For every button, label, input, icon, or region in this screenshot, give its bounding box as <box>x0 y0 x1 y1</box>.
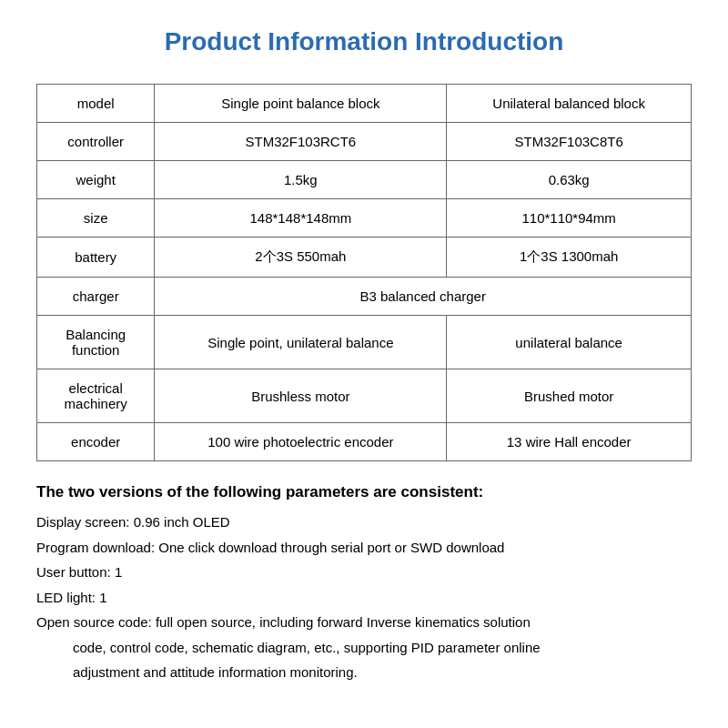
row-col1: 1.5kg <box>155 161 447 199</box>
row-col2: Unilateral balanced block <box>447 85 692 123</box>
row-label: size <box>37 199 155 238</box>
params-line: LED light: 1 <box>36 586 692 610</box>
row-label: model <box>37 85 155 123</box>
params-heading: The two versions of the following parame… <box>36 483 692 501</box>
row-col1: Brushless motor <box>155 369 447 423</box>
product-info-table: modelSingle point balance blockUnilatera… <box>36 84 692 461</box>
row-col2: unilateral balance <box>447 316 692 369</box>
table-row: controllerSTM32F103RCT6STM32F103C8T6 <box>37 123 692 161</box>
row-col1: 148*148*148mm <box>155 199 447 238</box>
params-line: Program download: One click download thr… <box>36 536 692 560</box>
row-label: encoder <box>37 423 155 461</box>
row-col2: 0.63kg <box>447 161 692 199</box>
row-col2: 1个3S 1300mah <box>447 238 692 278</box>
table-row: chargerB3 balanced charger <box>37 278 692 316</box>
row-value-span: B3 balanced charger <box>155 278 692 316</box>
params-section: The two versions of the following parame… <box>36 483 692 684</box>
row-col1: 100 wire photoelectric encoder <box>155 423 447 461</box>
row-col2: 110*110*94mm <box>447 199 692 238</box>
table-row: battery2个3S 550mah1个3S 1300mah <box>37 238 692 278</box>
row-label: charger <box>37 278 155 316</box>
table-row: encoder100 wire photoelectric encoder13 … <box>37 423 692 461</box>
table-row: modelSingle point balance blockUnilatera… <box>37 85 692 123</box>
table-row: Balancing functionSingle point, unilater… <box>37 316 692 369</box>
params-line: adjustment and attitude information moni… <box>36 661 692 684</box>
row-col2: STM32F103C8T6 <box>447 123 692 161</box>
params-list: Display screen: 0.96 inch OLEDProgram do… <box>36 511 692 684</box>
page-title: Product Information Introduction <box>36 18 692 66</box>
params-line: Open source code: full open source, incl… <box>36 611 692 634</box>
row-label: controller <box>37 123 155 161</box>
table-row: weight1.5kg0.63kg <box>37 161 692 199</box>
row-col2: 13 wire Hall encoder <box>447 423 692 461</box>
row-col1: Single point balance block <box>155 85 447 123</box>
row-col1: STM32F103RCT6 <box>155 123 447 161</box>
table-row: electrical machineryBrushless motorBrush… <box>37 369 692 423</box>
table-row: size148*148*148mm110*110*94mm <box>37 199 692 238</box>
row-col1: 2个3S 550mah <box>155 238 447 278</box>
row-col2: Brushed motor <box>447 369 692 423</box>
row-col1: Single point, unilateral balance <box>155 316 447 369</box>
params-line: Display screen: 0.96 inch OLED <box>36 511 692 534</box>
row-label: electrical machinery <box>37 369 155 423</box>
row-label: weight <box>37 161 155 199</box>
params-line: User button: 1 <box>36 561 692 584</box>
params-line: code, control code, schematic diagram, e… <box>36 636 692 660</box>
row-label: Balancing function <box>37 316 155 369</box>
row-label: battery <box>37 238 155 278</box>
